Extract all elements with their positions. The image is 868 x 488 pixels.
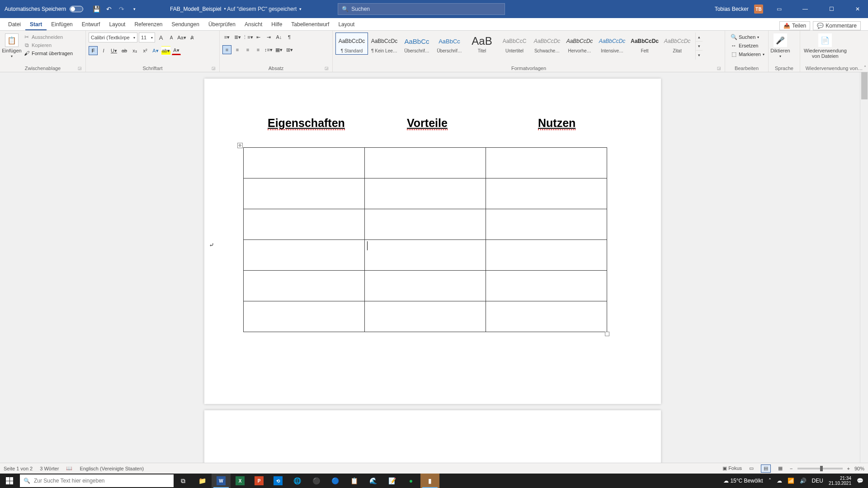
taskbar-app-1[interactable]: 🔵 xyxy=(326,474,344,488)
zoom-in-button[interactable]: + xyxy=(847,466,850,471)
justify-button[interactable]: ≡ xyxy=(254,45,263,54)
dialog-launcher-icon[interactable]: ◲ xyxy=(325,66,329,70)
dialog-launcher-icon[interactable]: ◲ xyxy=(717,66,721,70)
taskbar-word[interactable]: W xyxy=(212,474,231,488)
table-cell[interactable] xyxy=(244,301,365,332)
comments-button[interactable]: 💬Kommentare xyxy=(813,21,861,30)
share-button[interactable]: 📤Teilen xyxy=(779,21,810,30)
language-indicator[interactable]: Englisch (Vereinigte Staaten) xyxy=(80,466,144,471)
table-move-handle[interactable]: ✥ xyxy=(237,143,243,148)
undo-icon[interactable]: ↶ xyxy=(105,5,113,13)
shading-button[interactable]: ▦▾ xyxy=(274,45,283,54)
multilevel-button[interactable]: ⋮≡▾ xyxy=(243,33,252,42)
qat-more-icon[interactable]: ▾ xyxy=(130,5,138,13)
style-hervorhe[interactable]: AaBbCcDcHervorhe… xyxy=(563,33,596,55)
zoom-slider[interactable] xyxy=(797,468,843,469)
tab-referenzen[interactable]: Referenzen xyxy=(130,19,167,30)
table-cell[interactable] xyxy=(365,301,486,332)
table-cell[interactable] xyxy=(486,148,607,178)
tray-clock[interactable]: 21:34 21.10.2021 xyxy=(829,476,851,486)
tray-network-icon[interactable]: 📶 xyxy=(788,478,794,484)
dialog-launcher-icon[interactable]: ◲ xyxy=(78,66,82,70)
heading-nutzen[interactable]: Nutzen xyxy=(538,117,576,130)
tab-einfügen[interactable]: Einfügen xyxy=(47,19,77,30)
style-untertitel[interactable]: AaBbCcCUntertitel xyxy=(498,33,531,55)
table-cell[interactable] xyxy=(244,240,365,271)
search-input[interactable]: 🔍 Suchen xyxy=(338,3,505,15)
print-layout-button[interactable]: ▤ xyxy=(761,465,771,473)
heading-vorteile[interactable]: Vorteile xyxy=(407,117,448,130)
decrease-indent-button[interactable]: ⇤ xyxy=(254,33,263,42)
close-button[interactable]: ✕ xyxy=(847,0,868,18)
tab-hilfe[interactable]: Hilfe xyxy=(267,19,287,30)
start-button[interactable] xyxy=(0,474,19,488)
align-center-button[interactable]: ≡ xyxy=(233,45,242,54)
style-fett[interactable]: AaBbCcDcFett xyxy=(628,33,661,55)
superscript-button[interactable]: x² xyxy=(141,46,150,55)
tray-language[interactable]: DEU xyxy=(812,478,823,484)
format-painter-button[interactable]: 🖌Format übertragen xyxy=(23,50,74,57)
taskbar-chrome[interactable]: 🌐 xyxy=(288,474,307,488)
font-name-select[interactable]: Calibri (Textkörpe▾ xyxy=(89,33,137,42)
taskbar-app-blue[interactable]: ⟲ xyxy=(269,474,288,488)
collapse-ribbon-button[interactable]: ˄ xyxy=(864,65,866,70)
dictate-button[interactable]: 🎤 Diktieren ▾ xyxy=(771,33,789,59)
taskbar-obs[interactable]: ⚫ xyxy=(307,474,326,488)
table-cell[interactable] xyxy=(244,148,365,178)
text-effects-button[interactable]: A▾ xyxy=(151,46,160,55)
zoom-level[interactable]: 90% xyxy=(854,466,864,471)
table-row[interactable] xyxy=(244,301,607,332)
tray-volume-icon[interactable]: 🔊 xyxy=(800,478,807,484)
bullets-button[interactable]: ≡▾ xyxy=(222,33,231,42)
taskbar-powerpoint[interactable]: P xyxy=(250,474,269,488)
autosave-toggle[interactable]: Automatisches Speichern xyxy=(0,6,88,12)
chevron-down-icon[interactable]: ▾ xyxy=(299,7,302,11)
tab-ansicht[interactable]: Ansicht xyxy=(240,19,267,30)
table-row[interactable] xyxy=(244,178,607,209)
table-cell[interactable] xyxy=(244,178,365,209)
maximize-button[interactable]: ☐ xyxy=(821,0,842,18)
subscript-button[interactable]: x₂ xyxy=(130,46,139,55)
ribbon-display-icon[interactable]: ▭ xyxy=(769,0,789,18)
table-cell[interactable] xyxy=(365,178,486,209)
show-marks-button[interactable]: ¶ xyxy=(285,33,294,42)
word-count[interactable]: 3 Wörter xyxy=(40,466,59,471)
taskbar-app-3[interactable]: 📝 xyxy=(382,474,401,488)
replace-button[interactable]: ↔Ersetzen xyxy=(730,42,765,49)
taskbar-excel[interactable]: X xyxy=(231,474,250,488)
tab-layout[interactable]: Layout xyxy=(104,19,130,30)
tab-tabellenentwurf[interactable]: Tabellenentwurf xyxy=(287,19,334,30)
style-keinlee[interactable]: AaBbCcDc¶ Kein Lee… xyxy=(368,33,401,55)
table-cell[interactable] xyxy=(365,209,486,240)
table-row[interactable] xyxy=(244,271,607,301)
tab-überprüfen[interactable]: Überprüfen xyxy=(204,19,240,30)
vertical-scrollbar[interactable]: ▴ ▾ xyxy=(860,72,868,474)
style-berschrif[interactable]: AaBbCcÜberschrif… xyxy=(401,33,433,55)
table-cell[interactable] xyxy=(486,178,607,209)
taskbar-edge[interactable]: 🌊 xyxy=(363,474,382,488)
table-cell[interactable] xyxy=(365,240,486,271)
table-resize-handle[interactable] xyxy=(605,332,609,336)
table-cell[interactable] xyxy=(486,209,607,240)
heading-eigenschaften[interactable]: Eigenschaften xyxy=(268,117,345,130)
page-1[interactable]: Eigenschaften Vorteile Nutzen ✥ ⤶ xyxy=(204,79,661,404)
strike-button[interactable]: ab xyxy=(120,46,129,55)
tab-start[interactable]: Start xyxy=(25,19,47,30)
underline-button[interactable]: U▾ xyxy=(109,46,118,55)
table-cell[interactable] xyxy=(486,240,607,271)
paste-button[interactable]: 📋 Einfügen ▾ xyxy=(3,33,21,59)
taskbar-spotify[interactable]: ● xyxy=(401,474,420,488)
focus-mode-button[interactable]: ▣ Fokus xyxy=(722,465,742,471)
page-indicator[interactable]: Seite 1 von 2 xyxy=(4,466,33,471)
line-spacing-button[interactable]: ↕≡▾ xyxy=(264,45,273,54)
tab-datei[interactable]: Datei xyxy=(4,19,25,30)
save-icon[interactable]: 💾 xyxy=(92,5,100,13)
task-view-button[interactable]: ⧉ xyxy=(174,474,193,488)
styles-more-button[interactable]: ▾ xyxy=(696,51,703,60)
tray-onedrive-icon[interactable]: ☁ xyxy=(777,478,782,484)
table-cell[interactable] xyxy=(244,209,365,240)
taskbar-app-2[interactable]: 📋 xyxy=(344,474,363,488)
align-left-button[interactable]: ≡ xyxy=(222,45,231,54)
style-zitat[interactable]: AaBbCcDcZitat xyxy=(661,33,693,55)
document-area[interactable]: Eigenschaften Vorteile Nutzen ✥ ⤶ ▴ ▾ xyxy=(0,72,868,474)
